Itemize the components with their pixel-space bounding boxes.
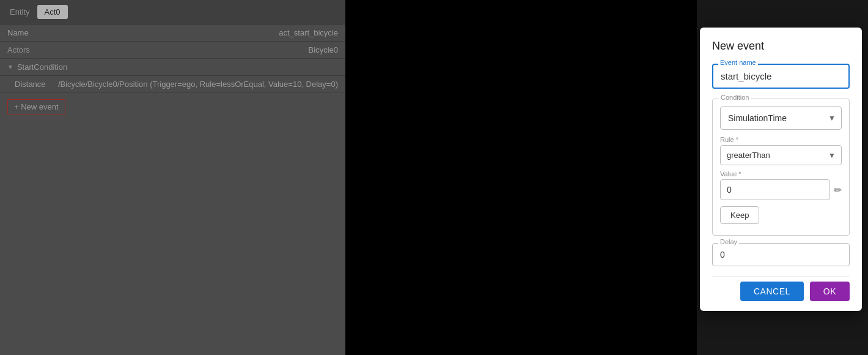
- value-label: Value *: [720, 170, 842, 177]
- rule-label: Rule *: [720, 136, 842, 143]
- modal-title: New event: [712, 40, 850, 53]
- event-name-label: Event name: [718, 59, 758, 66]
- ok-button[interactable]: OK: [810, 282, 850, 301]
- value-field-group: Value * ✏: [720, 170, 842, 200]
- keep-button[interactable]: Keep: [720, 206, 759, 224]
- event-name-input[interactable]: [712, 64, 850, 89]
- modal-footer: CANCEL OK: [712, 276, 850, 301]
- condition-section-label: Condition: [719, 94, 751, 101]
- value-input[interactable]: [720, 179, 830, 200]
- modal-overlay: New event Event name Condition Simulatio…: [0, 0, 868, 355]
- rule-select[interactable]: greaterThan lessThan equalTo greaterOrEq…: [720, 145, 842, 165]
- delay-label: Delay: [718, 238, 739, 245]
- rule-field-group: Rule * greaterThan lessThan equalTo grea…: [720, 136, 842, 165]
- delay-input[interactable]: [712, 243, 850, 266]
- condition-section: Condition SimulationTime EntityCondition…: [712, 99, 850, 236]
- cancel-button[interactable]: CANCEL: [740, 282, 804, 301]
- condition-select[interactable]: SimulationTime EntityCondition ByValue: [720, 106, 842, 130]
- delay-field-group: Delay: [712, 243, 850, 266]
- edit-icon[interactable]: ✏: [834, 184, 842, 196]
- event-name-field-group: Event name: [712, 64, 850, 89]
- rule-select-wrapper: greaterThan lessThan equalTo greaterOrEq…: [720, 145, 842, 165]
- value-input-wrapper: [720, 179, 830, 200]
- condition-select-wrapper: SimulationTime EntityCondition ByValue ▼: [720, 106, 842, 130]
- new-event-modal: New event Event name Condition Simulatio…: [700, 28, 862, 311]
- value-input-group: ✏: [720, 179, 842, 200]
